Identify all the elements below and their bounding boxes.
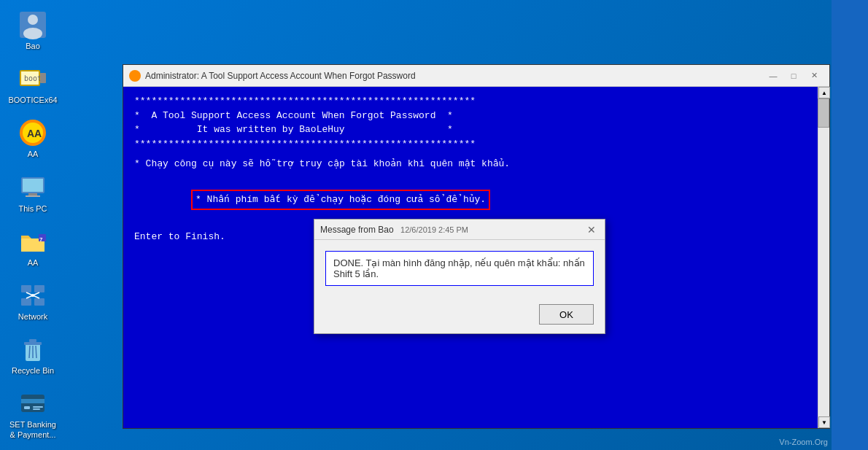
network-label: Network — [18, 312, 47, 322]
dialog-footer: OK — [314, 304, 605, 333]
svg-line-29 — [29, 346, 30, 358]
desktop-icons: Bao boot BOOTICEx64 AA — [0, 0, 66, 450]
ok-button[interactable]: OK — [539, 304, 594, 325]
svg-rect-28 — [29, 339, 36, 342]
svg-rect-19 — [21, 298, 31, 306]
svg-rect-18 — [34, 285, 44, 292]
dialog-titlebar: Message from Bao 12/6/2019 2:45 PM ✕ — [314, 220, 605, 240]
dialog-body: DONE. Tại màn hình đăng nhập, nếu quên m… — [314, 240, 605, 304]
desktop-icon-aa-folder[interactable]: 7 AA — [6, 224, 61, 271]
scrollbar[interactable]: ▲ ▼ — [818, 87, 829, 428]
dialog-timestamp: 12/6/2019 2:45 PM — [400, 225, 468, 234]
svg-text:AA: AA — [27, 128, 42, 139]
set-banking-icon — [18, 389, 47, 418]
booticex64-icon: boot — [18, 64, 47, 93]
desktop-icon-booticex64[interactable]: boot BOOTICEx64 — [6, 61, 61, 108]
console-line-4: ****************************************… — [134, 137, 818, 152]
watermark: Vn-Zoom.Org — [779, 438, 828, 446]
svg-rect-11 — [23, 179, 43, 192]
desktop-icon-recycle-bin[interactable]: Recycle Bin — [6, 332, 61, 379]
svg-rect-27 — [24, 342, 42, 345]
dialog-message: DONE. Tại màn hình đăng nhập, nếu quên m… — [325, 251, 594, 286]
scroll-arrow-down[interactable]: ▼ — [818, 416, 830, 428]
aa-top-label: AA — [28, 150, 39, 159]
network-icon — [18, 281, 47, 310]
svg-rect-35 — [33, 406, 43, 408]
minimize-button[interactable]: — — [764, 69, 783, 83]
desktop-icon-network[interactable]: Network — [6, 278, 61, 325]
window-titlebar: Administrator: A Tool Support Access Acc… — [123, 65, 829, 87]
right-panel — [832, 0, 868, 450]
this-pc-icon — [18, 173, 47, 202]
aa-top-icon: AA — [18, 118, 47, 147]
desktop-icon-bao[interactable]: Bao — [6, 7, 61, 54]
svg-point-2 — [23, 28, 42, 39]
maximize-button[interactable]: □ — [784, 69, 803, 83]
close-button[interactable]: ✕ — [805, 69, 824, 83]
bao-label: Bao — [26, 42, 40, 51]
console-line-highlighted: * Nhấn phím bất kỳ để chạy hoặc đóng cửa… — [134, 176, 818, 225]
svg-rect-17 — [21, 285, 31, 292]
scroll-arrow-up[interactable]: ▲ — [818, 87, 830, 98]
svg-rect-33 — [21, 399, 44, 403]
svg-text:boot: boot — [24, 74, 42, 82]
console-line-1: ****************************************… — [134, 94, 818, 109]
desktop-icon-set-banking[interactable]: SET Banking & Payment... — [6, 386, 61, 442]
console-line-5: * Chạy công cụ này sẽ hỗ trợ truy cập tà… — [134, 157, 818, 171]
console-line-3: * It was written by BaoLeHuy * — [134, 123, 818, 137]
desktop-icon-aa-top[interactable]: AA AA — [6, 115, 61, 162]
bao-icon — [18, 10, 47, 39]
window-icon — [129, 70, 141, 82]
message-dialog: Message from Bao 12/6/2019 2:45 PM ✕ DON… — [314, 219, 605, 334]
svg-rect-34 — [24, 406, 30, 409]
recycle-bin-icon — [18, 335, 47, 364]
set-banking-label: SET Banking & Payment... — [9, 420, 56, 439]
desktop-icon-this-pc[interactable]: This PC — [6, 170, 61, 217]
dialog-title: Message from Bao 12/6/2019 2:45 PM — [320, 225, 584, 235]
svg-rect-13 — [26, 195, 40, 197]
console-line-2: * A Tool Support Access Account When For… — [134, 109, 818, 123]
scroll-thumb[interactable] — [818, 98, 829, 128]
recycle-bin-label: Recycle Bin — [12, 366, 54, 376]
aa-folder-label: AA — [28, 258, 39, 268]
aa-folder-icon: 7 — [18, 227, 47, 256]
svg-text:7: 7 — [39, 236, 43, 243]
svg-point-25 — [31, 294, 34, 297]
this-pc-label: This PC — [18, 204, 47, 214]
svg-rect-12 — [28, 193, 37, 195]
svg-rect-6 — [40, 73, 46, 83]
dialog-title-main: Message from Bao — [320, 225, 394, 235]
desktop: Bao boot BOOTICEx64 AA — [0, 0, 868, 450]
window-controls: — □ ✕ — [764, 69, 824, 83]
svg-line-31 — [36, 346, 36, 358]
svg-rect-36 — [33, 408, 40, 410]
svg-point-1 — [28, 15, 38, 25]
svg-rect-20 — [34, 298, 44, 306]
dialog-close-button[interactable]: ✕ — [584, 223, 599, 236]
booticex64-label: BOOTICEx64 — [8, 96, 57, 105]
window-title: Administrator: A Tool Support Access Acc… — [145, 71, 764, 81]
highlighted-text: * Nhấn phím bất kỳ để chạy hoặc đóng cửa… — [191, 190, 490, 210]
